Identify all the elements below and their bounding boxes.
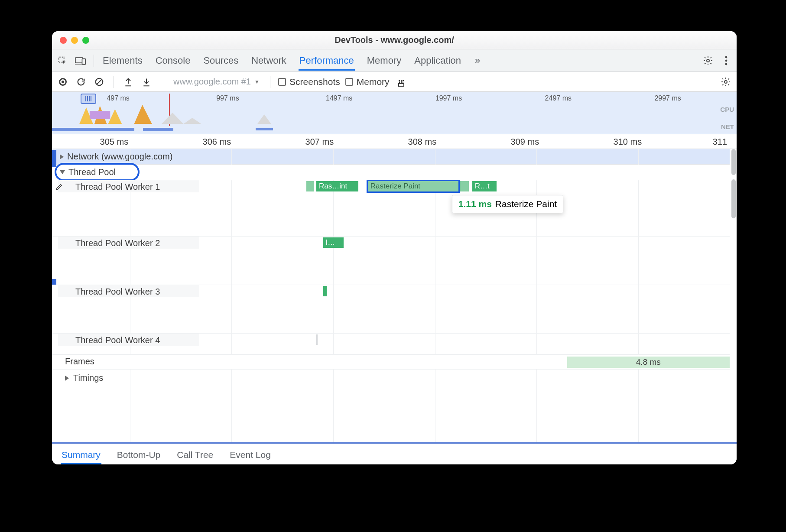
flame-bar[interactable] [306, 181, 315, 191]
record-button[interactable] [56, 75, 69, 88]
details-tab-summary[interactable]: Summary [61, 445, 101, 464]
frame-bar[interactable]: 4.8 ms [567, 357, 730, 368]
detailed-ruler[interactable]: 305 ms 306 ms 307 ms 308 ms 309 ms 310 m… [52, 134, 737, 149]
screenshots-checkbox[interactable]: Screenshots [278, 77, 340, 87]
worker-3-label: Thread Pool Worker 3 [75, 287, 160, 297]
flame-bar[interactable] [323, 286, 327, 296]
ruler-tick: 307 ms [305, 137, 334, 147]
flame-bar[interactable] [460, 181, 469, 191]
capture-settings-icon[interactable] [719, 75, 732, 88]
overview-tick: 2997 ms [654, 94, 681, 102]
frames-label: Frames [65, 357, 94, 367]
timings-section-header[interactable]: Timings [52, 369, 730, 386]
net-label: NET [721, 123, 734, 130]
details-tab-bottom-up[interactable]: Bottom-Up [116, 445, 161, 464]
profile-select[interactable]: www.google.com #1 ▼ [169, 77, 262, 87]
details-tab-event-log[interactable]: Event Log [229, 445, 272, 464]
worker-4-label: Thread Pool Worker 4 [75, 335, 160, 345]
scrollbar-thumb[interactable] [731, 179, 736, 218]
selection-gutter-mark [52, 150, 56, 167]
disclosure-triangle-icon [60, 154, 64, 159]
timeline-overview[interactable]: 497 ms 997 ms 1497 ms 1997 ms 2497 ms 29… [52, 92, 737, 134]
worker-1-label: Thread Pool Worker 1 [75, 182, 160, 192]
tab-console[interactable]: Console [155, 51, 192, 71]
flame-bar-rasterize-a[interactable]: Ras…int [316, 181, 358, 191]
tab-memory[interactable]: Memory [366, 51, 402, 71]
panel-tabs: Elements Console Sources Network Perform… [99, 51, 482, 71]
ruler-tick: 310 ms [614, 137, 642, 147]
svg-rect-1 [75, 58, 83, 63]
download-profile-icon[interactable] [140, 75, 153, 88]
thread-pool-worker-3-track[interactable]: Thread Pool Worker 3 [52, 285, 730, 334]
divider [114, 76, 114, 88]
details-tabbar: Summary Bottom-Up Call Tree Event Log [52, 444, 737, 464]
clear-button[interactable] [93, 75, 106, 88]
svg-marker-19 [162, 113, 184, 124]
tab-application[interactable]: Application [413, 51, 462, 71]
thread-pool-section-header[interactable]: Thread Pool [52, 165, 730, 180]
tab-network[interactable]: Network [250, 51, 287, 71]
ruler-tick: 308 ms [408, 137, 437, 147]
window-close-button[interactable] [60, 37, 67, 44]
network-section-header[interactable]: Network (www.google.com) [52, 149, 730, 165]
frames-track[interactable]: Frames 4.8 ms [52, 354, 730, 369]
traffic-lights [52, 37, 89, 44]
chevron-down-icon: ▼ [254, 79, 260, 85]
overview-selection-handle[interactable] [81, 94, 96, 104]
performance-toolbar: www.google.com #1 ▼ Screenshots Memory [52, 72, 737, 92]
tab-elements[interactable]: Elements [102, 51, 143, 71]
ruler-tick: 306 ms [203, 137, 231, 147]
scrollbar-thumb[interactable] [731, 149, 736, 175]
profile-select-value: www.google.com #1 [169, 76, 262, 87]
overview-tick: 497 ms [107, 94, 129, 102]
svg-point-7 [725, 63, 728, 65]
tab-performance[interactable]: Performance [299, 51, 355, 71]
network-section-label: Network (www.google.com) [67, 152, 172, 162]
inspect-element-icon[interactable] [55, 53, 70, 68]
upload-profile-icon[interactable] [122, 75, 135, 88]
overview-tick: 1997 ms [435, 94, 462, 102]
svg-marker-17 [134, 105, 152, 124]
memory-label: Memory [357, 77, 390, 87]
svg-rect-18 [90, 111, 110, 119]
overview-tick: 997 ms [216, 94, 239, 102]
reload-record-button[interactable] [75, 75, 88, 88]
more-tabs-icon[interactable]: » [473, 55, 482, 66]
screenshots-label: Screenshots [289, 77, 340, 87]
divider [161, 76, 161, 88]
tooltip-duration: 1.11 ms [458, 199, 492, 209]
window-title: DevTools - www.google.com/ [52, 35, 737, 45]
tab-sources[interactable]: Sources [202, 51, 239, 71]
window-zoom-button[interactable] [82, 37, 89, 44]
overview-tick: 2497 ms [545, 94, 572, 102]
timings-label: Timings [73, 373, 103, 383]
thread-pool-worker-2-track[interactable]: Thread Pool Worker 2 I… [52, 237, 730, 285]
thread-pool-worker-1-track[interactable]: Thread Pool Worker 1 Ras…int Rasterize P… [52, 180, 730, 237]
flame-bar-rasterize-c[interactable]: R…t [472, 181, 497, 191]
checkbox-icon [345, 78, 353, 86]
kebab-menu-icon[interactable] [718, 53, 734, 68]
svg-line-9 [97, 79, 102, 84]
svg-rect-12 [399, 84, 404, 86]
flame-bar[interactable]: I… [323, 237, 344, 248]
net-overview-bar [143, 128, 173, 131]
flame-bar[interactable] [316, 334, 318, 345]
edit-icon[interactable] [55, 183, 63, 191]
settings-icon[interactable] [700, 53, 716, 68]
devtools-window: DevTools - www.google.com/ Elements Cons… [52, 31, 737, 464]
hover-tooltip: 1.11 msRasterize Paint [452, 195, 563, 213]
thread-pool-worker-4-track[interactable]: Thread Pool Worker 4 [52, 334, 730, 354]
svg-point-13 [724, 81, 727, 83]
memory-checkbox[interactable]: Memory [345, 77, 390, 87]
ruler-tick: 309 ms [511, 137, 539, 147]
divider [270, 76, 270, 88]
vertical-scrollbar[interactable] [731, 149, 736, 442]
panel-tabbar: Elements Console Sources Network Perform… [52, 49, 737, 72]
device-toolbar-icon[interactable] [73, 53, 88, 68]
window-minimize-button[interactable] [71, 37, 78, 44]
disclosure-triangle-icon [65, 376, 69, 381]
garbage-collect-icon[interactable] [395, 75, 408, 88]
flamechart-body: Network (www.google.com) Thread Pool Thr… [52, 149, 737, 442]
details-tab-call-tree[interactable]: Call Tree [176, 445, 214, 464]
flame-bar-rasterize-selected[interactable]: Rasterize Paint [368, 181, 459, 191]
